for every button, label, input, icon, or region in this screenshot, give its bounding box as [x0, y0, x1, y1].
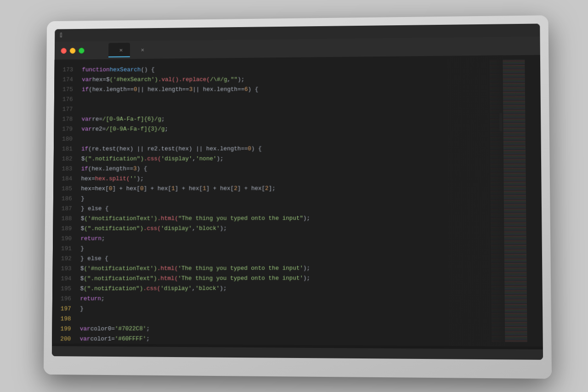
minimap-content	[490, 59, 527, 342]
code-line-179: var re2 = /[0-9A-Fa-f]{3}/g;	[81, 124, 490, 134]
code-line-191: }	[80, 243, 491, 253]
line-number-189: 189	[53, 224, 72, 234]
scrollbar-thumb[interactable]	[499, 113, 502, 131]
tab-index-html-close[interactable]: ✕	[141, 47, 144, 52]
code-line-180	[81, 134, 490, 144]
traffic-lights	[61, 47, 84, 53]
code-line-175: if (hex.length == 0 || hex.length == 3 |…	[82, 84, 490, 94]
code-line-177	[82, 104, 490, 114]
statusbar	[52, 346, 543, 360]
line-number-198: 198	[52, 314, 71, 324]
code-line-198	[80, 313, 492, 324]
close-button[interactable]	[61, 47, 67, 53]
line-number-178: 178	[54, 114, 73, 125]
line-number-176: 176	[54, 95, 73, 105]
laptop-outer: 	[44, 15, 552, 379]
code-line-174: var hex = $('#hexSearch').val().replace(…	[82, 74, 490, 85]
line-number-194: 194	[52, 273, 71, 284]
line-number-180: 180	[54, 134, 73, 144]
line-number-177: 177	[54, 104, 73, 114]
code-line-195: $(".notification").css('display', 'block…	[80, 283, 491, 294]
line-number-193: 193	[52, 264, 71, 274]
line-number-190: 190	[53, 233, 72, 244]
minimap[interactable]	[490, 59, 527, 342]
line-number-179: 179	[54, 124, 73, 134]
code-line-196: return;	[80, 293, 492, 304]
maximize-button[interactable]	[79, 47, 85, 53]
line-number-188: 188	[53, 214, 72, 224]
line-number-192: 192	[53, 254, 72, 264]
code-area[interactable]: function hexSearch() { var hex = $('#hex…	[74, 59, 492, 343]
code-line-181: if(re.test(hex) || re2.test(hex) || hex.…	[81, 143, 491, 154]
line-number-199: 199	[52, 324, 71, 334]
code-line-176	[82, 94, 490, 104]
line-number-185: 185	[53, 184, 72, 194]
code-line-190: return;	[80, 233, 491, 244]
apple-icon: 	[60, 32, 64, 39]
code-line-184: hex = hex.split('');	[81, 173, 491, 184]
code-line-182: $(".notification").css('display', 'none'…	[81, 153, 491, 164]
editor-perspective: 1731741751761771781791801811821831841851…	[52, 59, 527, 343]
code-line-188: $('#notificationText').html("The thing y…	[81, 213, 491, 223]
tab-main-js-close[interactable]: ✕	[119, 47, 123, 52]
line-number-187: 187	[53, 204, 72, 214]
tab-index-html[interactable]: ✕	[130, 42, 152, 57]
code-line-183: if(hex.length == 3) {	[81, 163, 491, 174]
line-number-200: 200	[52, 334, 71, 344]
line-number-173: 173	[54, 65, 73, 75]
minimize-button[interactable]	[70, 47, 76, 53]
line-number-174: 174	[54, 75, 73, 85]
code-line-189: $(".notification").css('display', 'block…	[81, 223, 491, 233]
code-line-173: function hexSearch() {	[82, 65, 490, 75]
code-line-200: var color1 = '#60FFFF';	[80, 333, 492, 343]
code-line-187: } else {	[81, 203, 491, 214]
code-line-192: } else {	[80, 253, 491, 264]
line-number-175: 175	[54, 85, 73, 95]
code-line-194: $(".notificationText").html('The thing y…	[80, 273, 492, 284]
line-number-195: 195	[52, 284, 71, 294]
tabs-bar: ✕ ✕	[108, 42, 152, 57]
line-number-182: 182	[54, 154, 73, 164]
code-line-186: }	[81, 193, 491, 204]
screen-bezel: 	[52, 23, 543, 359]
line-number-196: 196	[52, 294, 71, 304]
code-line-193: $('#notificationText').html('The thing y…	[80, 263, 492, 274]
line-number-186: 186	[53, 193, 72, 204]
code-line-178: var re = /[0-9A-Fa-f]{6}/g;	[81, 114, 490, 124]
line-number-197: 197	[52, 304, 71, 314]
line-numbers: 1731741751761771781791801811821831841851…	[52, 59, 77, 343]
editor-container: 1731741751761771781791801811821831841851…	[52, 55, 543, 347]
code-line-185: hex = hex[0] + hex[0] + hex[1] + hex[1] …	[81, 183, 491, 193]
line-number-181: 181	[54, 144, 73, 154]
code-line-197: }	[80, 303, 492, 314]
line-number-191: 191	[53, 244, 72, 254]
line-number-184: 184	[53, 174, 72, 184]
line-number-183: 183	[53, 164, 72, 174]
code-line-199: var color0 = '#7022C8';	[80, 323, 492, 334]
tab-main-js[interactable]: ✕	[108, 43, 130, 57]
